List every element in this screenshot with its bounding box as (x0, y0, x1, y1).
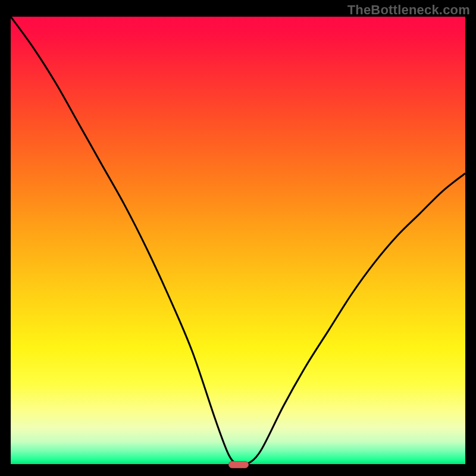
curve-path (11, 17, 465, 465)
watermark-text: TheBottleneck.com (347, 2, 470, 18)
plot-area (11, 17, 465, 464)
chart-stage: TheBottleneck.com (0, 0, 476, 476)
optimal-point-marker (228, 461, 249, 469)
bottleneck-curve (11, 17, 465, 464)
